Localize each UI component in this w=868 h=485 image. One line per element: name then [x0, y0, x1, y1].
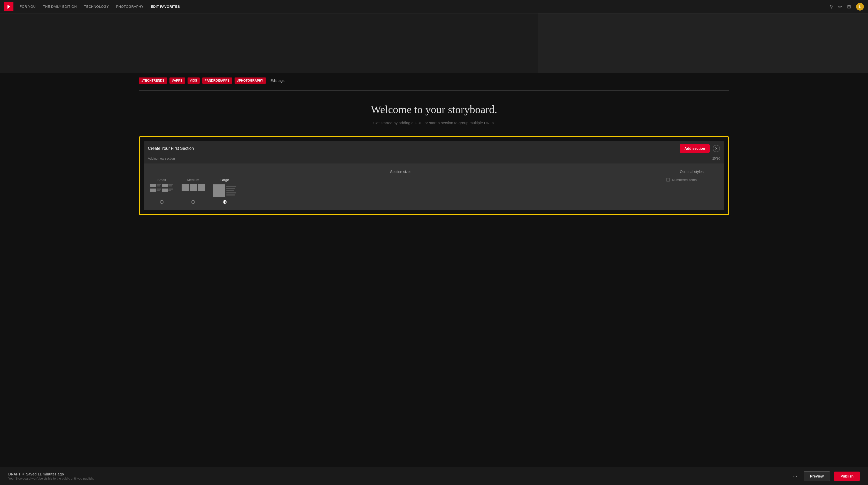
- size-group-title: Section size:: [150, 170, 651, 174]
- medium-layout-preview: [182, 184, 205, 198]
- header-image-area: [0, 13, 868, 73]
- size-small-radio[interactable]: [160, 200, 163, 204]
- size-large[interactable]: Large: [213, 178, 237, 204]
- draft-dot: [23, 473, 24, 475]
- draft-visibility-note: Your Storyboard won't be visible to the …: [8, 477, 786, 480]
- nav-links: FOR YOU THE DAILY EDITION TECHNOLOGY PHO…: [20, 5, 830, 8]
- nav-technology[interactable]: TECHNOLOGY: [84, 5, 109, 8]
- add-section-button[interactable]: Add section: [680, 144, 710, 153]
- section-meta-label: Adding new section: [148, 157, 175, 160]
- size-large-label: Large: [220, 178, 229, 182]
- storyboard-subtitle: Get started by adding a URL, or start a …: [139, 120, 729, 126]
- navigation: FOR YOU THE DAILY EDITION TECHNOLOGY PHO…: [0, 0, 868, 13]
- size-medium[interactable]: Medium: [182, 178, 205, 204]
- size-items: Small: [150, 178, 651, 204]
- size-options-panel: Section size: Small: [144, 163, 724, 210]
- grid-icon[interactable]: ⊞: [847, 4, 851, 9]
- edit-icon[interactable]: ✏: [838, 4, 842, 9]
- nav-for-you[interactable]: FOR YOU: [20, 5, 36, 8]
- section-creator-header: Add section ✕: [144, 141, 724, 156]
- nav-actions: ⚲ ✏ ⊞ L: [830, 3, 864, 10]
- main-content: #TECHTRENDS #APPS #IOS #ANDROIDAPPS #PHO…: [0, 0, 868, 485]
- nav-edit-favorites[interactable]: EDIT FAVORITES: [151, 5, 180, 8]
- saved-label: Saved 11 minutes ago: [26, 472, 64, 476]
- search-icon[interactable]: ⚲: [830, 4, 833, 9]
- section-divider: [139, 90, 729, 91]
- numbered-items-label: Numbered items: [672, 178, 696, 182]
- tag-apps[interactable]: #APPS: [169, 77, 185, 84]
- size-medium-label: Medium: [187, 178, 199, 182]
- header-image-right: [538, 13, 868, 73]
- size-large-radio[interactable]: [223, 200, 226, 204]
- close-button[interactable]: ✕: [713, 145, 720, 152]
- small-layout-preview: [150, 184, 173, 198]
- nav-photography[interactable]: PHOTOGRAPHY: [116, 5, 144, 8]
- tag-ios[interactable]: #IOS: [188, 77, 200, 84]
- tag-androidapps[interactable]: #ANDROIDAPPS: [202, 77, 232, 84]
- size-small[interactable]: Small: [150, 178, 173, 204]
- numbered-items-checkbox[interactable]: [666, 178, 670, 182]
- storyboard-title: Welcome to your storyboard.: [139, 103, 729, 116]
- style-group: Optional styles: Numbered items: [666, 170, 718, 204]
- bottom-menu-button[interactable]: ⋯: [790, 471, 800, 481]
- section-creator-wrapper: Add section ✕ Adding new section 25/80 S…: [139, 136, 729, 215]
- char-count: 25/80: [712, 157, 720, 160]
- tag-photography[interactable]: #PHOTOGRAPHY: [235, 77, 266, 84]
- draft-label: DRAFT: [8, 472, 21, 476]
- numbered-items-option[interactable]: Numbered items: [666, 178, 718, 182]
- style-group-title: Optional styles:: [666, 170, 718, 174]
- size-medium-radio[interactable]: [191, 200, 195, 204]
- edit-tags-link[interactable]: Edit tags: [271, 78, 284, 83]
- flipboard-logo[interactable]: [4, 2, 13, 11]
- user-avatar[interactable]: L: [856, 3, 864, 10]
- size-small-label: Small: [157, 178, 166, 182]
- storyboard-area: Welcome to your storyboard. Get started …: [0, 93, 868, 246]
- large-layout-preview: [213, 184, 237, 198]
- size-group: Section size: Small: [150, 170, 651, 204]
- draft-status: DRAFT Saved 11 minutes ago: [8, 472, 786, 476]
- publish-button[interactable]: Publish: [834, 472, 860, 481]
- section-title-input[interactable]: [148, 146, 677, 151]
- section-creator-panel: Add section ✕ Adding new section 25/80 S…: [144, 141, 724, 210]
- nav-daily-edition[interactable]: THE DAILY EDITION: [43, 5, 77, 8]
- draft-info: DRAFT Saved 11 minutes ago Your Storyboa…: [8, 472, 786, 480]
- tag-techtrends[interactable]: #TECHTRENDS: [139, 77, 167, 84]
- tags-row: #TECHTRENDS #APPS #IOS #ANDROIDAPPS #PHO…: [0, 73, 868, 88]
- preview-button[interactable]: Preview: [804, 471, 830, 481]
- bottom-bar: DRAFT Saved 11 minutes ago Your Storyboa…: [0, 467, 868, 485]
- logo-icon: [7, 5, 10, 9]
- section-meta-row: Adding new section 25/80: [144, 156, 724, 163]
